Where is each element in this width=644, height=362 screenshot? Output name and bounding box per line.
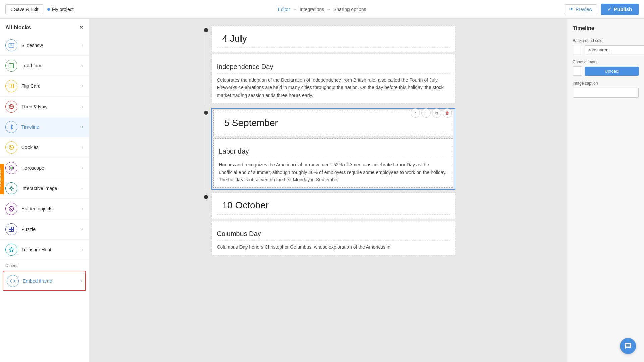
sidebar-item-then-now[interactable]: Then & Now ›	[0, 97, 89, 117]
preview-button[interactable]: 👁 Preview	[564, 4, 597, 14]
content-col-oct10: 10 October Columbus Day Columbus Day hon…	[211, 192, 455, 257]
slideshow-label: Slideshow	[21, 43, 82, 48]
timeline-container: 4 July Independence Day Celebrates the a…	[201, 25, 455, 260]
sidebar-header: All blocks ×	[0, 19, 89, 35]
svg-point-28	[11, 208, 12, 210]
hidden-objects-label: Hidden objects	[21, 206, 82, 212]
embed-iframe-icon	[7, 275, 19, 287]
bg-color-swatch[interactable]	[573, 45, 582, 54]
bullet-col-oct10	[201, 192, 211, 257]
bullet-col-sep5	[201, 108, 211, 190]
sidebar-item-cookies[interactable]: Cookies ›	[0, 137, 89, 158]
interactive-image-icon	[5, 182, 17, 194]
editor-link[interactable]: Editor	[278, 7, 290, 12]
puzzle-icon	[5, 223, 17, 235]
content-col-sep5: ↑ ↓ ⧉ 🗑 5 September Labor day Honors and…	[211, 108, 455, 190]
sidebar-item-interactive-image[interactable]: Interactive image ›	[0, 178, 89, 199]
check-icon: ✓	[607, 6, 612, 12]
timeline-bullet-oct10	[204, 195, 208, 199]
bg-color-row	[573, 45, 639, 54]
event-desc-july4: Celebrates the adoption of the Declarati…	[217, 76, 450, 99]
sidebar-close-button[interactable]: ×	[79, 24, 83, 31]
sidebar-item-horoscope[interactable]: ♎ Horoscope ›	[0, 158, 89, 178]
right-panel-title: Timeline	[573, 25, 639, 32]
event-card-july4[interactable]: Independence Day Celebrates the adoption…	[211, 54, 455, 103]
puzzle-label: Puzzle	[21, 227, 82, 232]
others-section-label: Others	[0, 260, 89, 269]
sidebar-item-flip-card[interactable]: Flip Card ›	[0, 76, 89, 97]
then-now-icon	[5, 101, 17, 113]
topbar-right: 👁 Preview ✓ Publish	[564, 4, 639, 15]
copy-button[interactable]: ⧉	[432, 108, 441, 118]
svg-rect-32	[12, 230, 14, 232]
canvas-area: 4 July Independence Day Celebrates the a…	[89, 19, 567, 362]
sidebar-item-treasure-hunt[interactable]: Treasure Hunt ›	[0, 240, 89, 260]
event-desc-sep5: Honors and recognizes the American labor…	[219, 161, 448, 183]
save-exit-label: Save & Exit	[14, 7, 38, 12]
publish-button[interactable]: ✓ Publish	[601, 4, 639, 15]
cookies-arrow: ›	[82, 145, 83, 150]
slideshow-icon	[5, 39, 17, 51]
event-card-oct10[interactable]: Columbus Day Columbus Day honors Christo…	[211, 221, 455, 255]
selected-item-sep5: ↑ ↓ ⧉ 🗑 5 September Labor day Honors and…	[211, 108, 455, 190]
table-row: 4 July Independence Day Celebrates the a…	[201, 25, 455, 105]
timeline-bullet-july4	[204, 28, 208, 32]
puzzle-arrow: ›	[82, 227, 83, 232]
date-july4: 4 July	[217, 30, 450, 48]
lead-form-label: Lead form	[21, 63, 82, 68]
sidebar-item-hidden-objects[interactable]: Hidden objects ›	[0, 199, 89, 219]
cookies-icon	[5, 141, 17, 154]
sharing-options-label: Sharing options	[333, 7, 366, 12]
svg-point-22	[10, 187, 12, 189]
event-title-oct10: Columbus Day	[217, 225, 450, 241]
svg-point-18	[12, 148, 12, 148]
delete-button[interactable]: 🗑	[443, 108, 452, 118]
sidebar-item-embed-iframe[interactable]: Embed iframe ›	[3, 271, 86, 291]
integrations-link[interactable]: Integrations	[300, 7, 324, 12]
event-desc-oct10: Columbus Day honors Christopher Columbus…	[217, 243, 450, 251]
main-layout: All blocks × Slideshow › Lead form › Fli…	[0, 19, 644, 362]
sidebar-item-timeline[interactable]: Timeline ›	[0, 117, 89, 137]
event-card-sep5[interactable]: Labor day Honors and recognizes the Amer…	[213, 138, 453, 188]
interactive-image-label: Interactive image	[21, 186, 82, 191]
timeline-arrow: ›	[82, 125, 83, 129]
feedback-tab[interactable]: Feedback	[0, 164, 4, 194]
right-panel: Timeline Background color Choose Image U…	[567, 19, 644, 362]
date-card-oct10[interactable]: 10 October	[211, 192, 455, 219]
chat-button[interactable]	[620, 338, 636, 354]
treasure-hunt-arrow: ›	[82, 247, 83, 252]
move-up-button[interactable]: ↑	[411, 108, 420, 118]
sharing-options-link[interactable]: Sharing options	[333, 7, 366, 12]
flip-card-arrow: ›	[82, 84, 83, 88]
horoscope-label: Horoscope	[21, 165, 82, 171]
hidden-objects-icon	[5, 203, 17, 215]
move-down-button[interactable]: ↓	[421, 108, 431, 118]
topbar: ‹ Save & Exit My project Editor → Integr…	[0, 0, 644, 19]
selected-toolbar: ↑ ↓ ⧉ 🗑	[411, 108, 452, 118]
sidebar-item-slideshow[interactable]: Slideshow ›	[0, 35, 89, 56]
upload-button[interactable]: Upload	[585, 67, 639, 76]
project-dot	[47, 8, 50, 11]
svg-point-16	[9, 145, 14, 150]
embed-iframe-arrow: ›	[80, 279, 82, 283]
timeline-line-july4	[206, 34, 206, 105]
table-row: 10 October Columbus Day Columbus Day hon…	[201, 192, 455, 257]
svg-rect-30	[12, 227, 14, 229]
choose-image-label: Choose Image	[573, 60, 639, 64]
svg-text:♎: ♎	[10, 167, 13, 170]
save-exit-button[interactable]: ‹ Save & Exit	[5, 4, 43, 14]
arrow-sep-2: →	[327, 7, 331, 12]
bg-color-input[interactable]	[585, 45, 644, 54]
date-card-july4[interactable]: 4 July	[211, 25, 455, 52]
svg-point-17	[10, 146, 11, 147]
chevron-left-icon: ‹	[10, 7, 12, 12]
svg-marker-33	[9, 247, 14, 252]
image-caption-input[interactable]	[573, 88, 639, 98]
flip-card-label: Flip Card	[21, 83, 82, 89]
bullet-col-july4	[201, 25, 211, 105]
timeline-label: Timeline	[21, 124, 82, 130]
sidebar-item-puzzle[interactable]: Puzzle ›	[0, 219, 89, 240]
editor-label: Editor	[278, 7, 290, 12]
sidebar-item-lead-form[interactable]: Lead form ›	[0, 56, 89, 76]
date-oct10: 10 October	[217, 197, 450, 215]
